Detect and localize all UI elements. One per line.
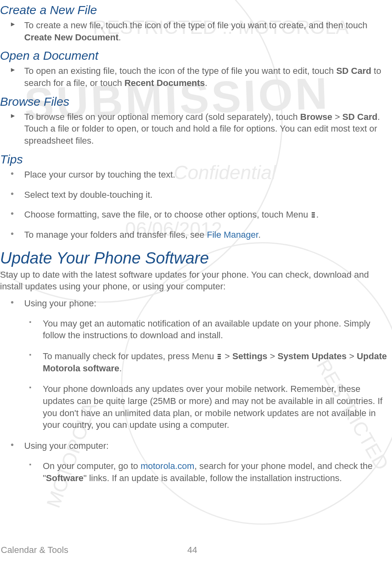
link-file-manager[interactable]: File Manager (207, 230, 258, 240)
text: To create a new file, touch the icon of … (24, 20, 367, 30)
text: . (205, 78, 208, 88)
list-item: You may get an automatic notification of… (23, 318, 388, 341)
text: . (258, 230, 261, 240)
text-bold: Settings (233, 351, 268, 361)
list-item: To browse files on your optional memory … (4, 111, 388, 147)
list-item: Using your phone: (4, 297, 388, 310)
text: You may get an automatic notification of… (43, 318, 370, 341)
heading-browse-files: Browse Files (0, 95, 388, 109)
link-motorola[interactable]: motorola.com (140, 461, 194, 471)
text: To manually check for updates, press Men… (43, 351, 216, 361)
page-footer: Calendar & Tools 44 (1, 545, 392, 555)
text: > (267, 351, 277, 361)
list-item: Select text by double-touching it. (4, 189, 388, 201)
text: . (119, 32, 121, 42)
text: Your phone downloads any updates over yo… (43, 384, 382, 430)
svg-rect-3 (218, 354, 221, 355)
intro-text: Stay up to date with the latest software… (0, 269, 388, 293)
text: . (119, 363, 122, 373)
svg-rect-2 (312, 216, 315, 218)
text: Select text by double-touching it. (24, 190, 153, 200)
list-item: Using your computer: (4, 440, 388, 452)
list-item: To manually check for updates, press Men… (23, 350, 388, 374)
list-item: To manage your folders and transfer file… (4, 229, 388, 241)
list-item: To create a new file, touch the icon of … (4, 19, 388, 43)
text-bold: System Updates (277, 351, 346, 361)
text: Using your phone: (24, 298, 96, 308)
footer-page-number: 44 (187, 545, 197, 555)
text: Using your computer: (24, 441, 109, 451)
svg-rect-0 (312, 212, 315, 214)
text: To browse files on your optional memory … (24, 112, 300, 122)
heading-open-document: Open a Document (0, 49, 388, 63)
text: To open an existing file, touch the icon… (24, 66, 336, 76)
text: > (222, 351, 232, 361)
list-item: Your phone downloads any updates over yo… (23, 383, 388, 431)
heading-tips: Tips (0, 153, 388, 166)
menu-icon (311, 211, 315, 219)
list-item: Choose formatting, save the file, or to … (4, 209, 388, 221)
text-bold: Software (46, 473, 84, 483)
svg-rect-5 (218, 358, 221, 359)
text: " links. If an update is available, foll… (84, 473, 342, 483)
svg-rect-1 (312, 214, 315, 216)
list-item: To open an existing file, touch the icon… (4, 65, 388, 89)
text-bold: Recent Documents (124, 78, 205, 88)
text-bold: SD Card (342, 112, 377, 122)
text: On your computer, go to (43, 461, 140, 471)
text: > (347, 351, 357, 361)
heading-create-file: Create a New File (0, 3, 388, 17)
text: Place your cursor by touching the text. (24, 170, 175, 180)
text-bold: Create New Document (24, 32, 119, 42)
list-item: Place your cursor by touching the text. (4, 169, 388, 181)
text: > (332, 112, 342, 122)
heading-update-software: Update Your Phone Software (0, 249, 388, 267)
menu-icon (217, 353, 221, 360)
text: Choose formatting, save the file, or to … (24, 209, 310, 220)
text: To manage your folders and transfer file… (24, 230, 207, 240)
svg-rect-4 (218, 356, 221, 357)
page-content: Create a New File To create a new file, … (0, 3, 392, 484)
text-bold: Browse (300, 112, 332, 122)
text: . (316, 209, 319, 220)
text-bold: SD Card (336, 66, 371, 76)
list-item: On your computer, go to motorola.com, se… (23, 460, 388, 484)
footer-section: Calendar & Tools (1, 545, 68, 555)
